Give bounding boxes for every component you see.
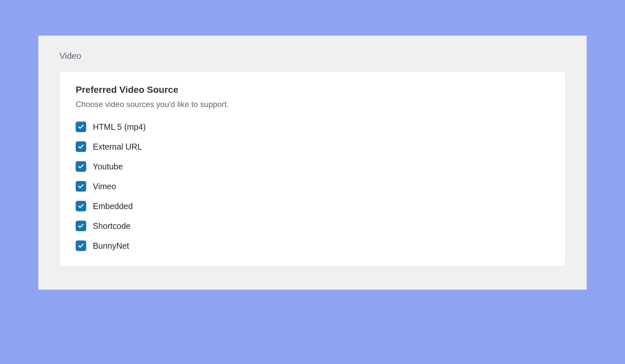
checkbox-external[interactable] — [76, 141, 86, 152]
option-label: Shortcode — [93, 221, 130, 231]
video-source-card: Preferred Video Source Choose video sour… — [59, 71, 566, 267]
option-label: Vimeo — [93, 182, 116, 191]
checkbox-vimeo[interactable] — [76, 181, 86, 192]
option-external: External URL — [76, 141, 549, 152]
section-label: Video — [59, 51, 566, 61]
check-icon — [78, 143, 84, 150]
check-icon — [78, 242, 84, 249]
option-label: BunnyNet — [93, 241, 129, 251]
check-icon — [78, 183, 84, 190]
checkbox-html5[interactable] — [76, 122, 86, 132]
option-html5: HTML 5 (mp4) — [76, 122, 549, 132]
option-youtube: Youtube — [76, 161, 549, 172]
check-icon — [78, 223, 84, 229]
checkbox-embedded[interactable] — [76, 201, 86, 211]
check-icon — [78, 203, 84, 209]
option-shortcode: Shortcode — [76, 221, 549, 231]
options-list: HTML 5 (mp4) External URL Youtube Vimeo — [76, 122, 549, 251]
checkbox-shortcode[interactable] — [76, 221, 86, 231]
option-vimeo: Vimeo — [76, 181, 549, 192]
option-embedded: Embedded — [76, 201, 549, 211]
card-title: Preferred Video Source — [76, 85, 549, 95]
check-icon — [78, 124, 84, 130]
option-label: Youtube — [93, 162, 123, 171]
card-description: Choose video sources you'd like to suppo… — [76, 100, 549, 109]
option-bunnynet: BunnyNet — [76, 240, 549, 251]
checkbox-youtube[interactable] — [76, 161, 86, 172]
check-icon — [78, 163, 84, 170]
checkbox-bunnynet[interactable] — [76, 240, 86, 251]
option-label: HTML 5 (mp4) — [93, 122, 146, 132]
option-label: Embedded — [93, 201, 133, 211]
settings-panel: Video Preferred Video Source Choose vide… — [38, 36, 587, 290]
option-label: External URL — [93, 142, 142, 152]
